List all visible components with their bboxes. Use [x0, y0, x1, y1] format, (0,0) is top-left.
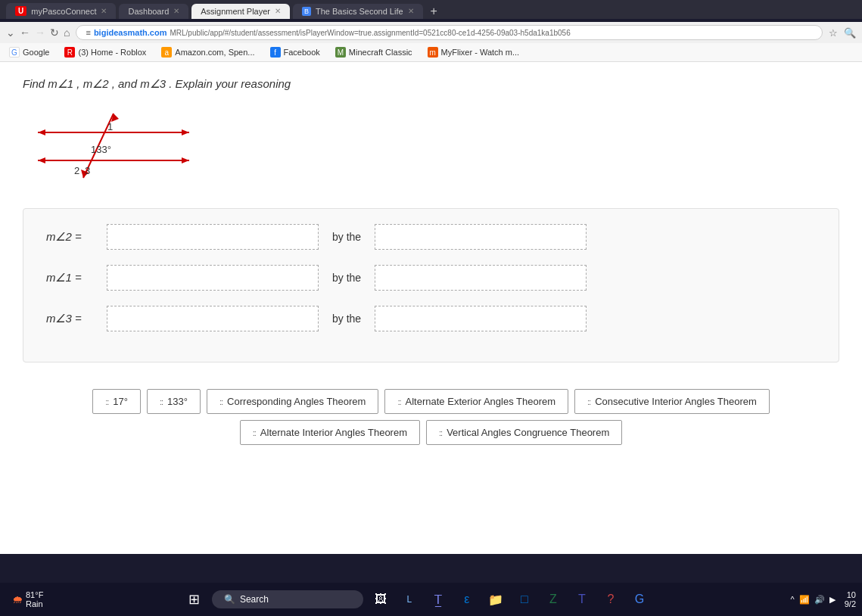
angle-label-2: 2: [74, 165, 79, 176]
arrow-left-bottom: [38, 157, 45, 163]
tile-alternate-exterior[interactable]: :: Alternate Exterior Angles Theorem: [384, 389, 568, 414]
taskbar-edge-icon[interactable]: ε: [456, 588, 478, 611]
tab-dashboard[interactable]: Dashboard ✕: [119, 4, 188, 19]
myflixer-icon: m: [428, 47, 438, 58]
tab-close-dashboard[interactable]: ✕: [173, 7, 179, 15]
arrow-right-bottom: [182, 157, 189, 163]
taskbar-search-box[interactable]: 🔍 Search: [212, 590, 363, 608]
roblox-icon: R: [64, 47, 75, 58]
sys-tray-wifi[interactable]: 📶: [799, 595, 810, 605]
taskbar-teams-icon[interactable]: T̲: [427, 588, 450, 611]
google-icon: G: [9, 47, 20, 58]
taskbar-chrome-icon[interactable]: G: [628, 588, 651, 611]
taskbar-search-icon: 🔍: [224, 594, 235, 605]
angle2-label: m∠2 =: [46, 230, 99, 244]
tab-dashboard-label: Dashboard: [128, 7, 169, 16]
tab-close-assignment[interactable]: ✕: [275, 7, 281, 15]
taskbar-weather: 🌧 81°F Rain: [6, 590, 49, 608]
address-bar[interactable]: ≡ bigideasmath.com MRL/public/app/#/stud…: [76, 25, 823, 40]
taskbar-help-icon[interactable]: ?: [599, 588, 622, 611]
angle2-value-input[interactable]: [107, 224, 319, 250]
nav-back-button[interactable]: ←: [20, 26, 30, 39]
tile-vertical-label: Vertical Angles Congruence Theorem: [447, 427, 609, 438]
taskbar-time: 10: [845, 590, 856, 599]
angle3-theorem-input[interactable]: [375, 306, 587, 331]
angle3-value-input[interactable]: [107, 306, 319, 331]
taskbar-center: ⊞ 🔍 Search 🖼 L T̲ ε 📁 □ Z T ? G: [52, 588, 781, 611]
tile-consecutive-label: Consecutive Interior Angles Theorem: [595, 396, 757, 407]
angle3-by-the: by the: [326, 313, 367, 325]
sys-tray-battery[interactable]: ▶: [829, 595, 836, 605]
taskbar: 🌧 81°F Rain ⊞ 🔍 Search 🖼 L T̲ ε 📁 □ Z T …: [0, 583, 862, 616]
nav-controls: ⌄ ← → ↻ ⌂: [6, 26, 70, 39]
tile-corresponding[interactable]: :: Corresponding Angles Theorem: [207, 389, 378, 414]
nav-search-icon[interactable]: 🔍: [844, 27, 856, 39]
tile-133-dots: ::: [160, 397, 163, 406]
arrow-right-top: [182, 129, 189, 135]
tile-17-label: 17°: [113, 396, 128, 407]
nav-chevron-down[interactable]: ⌄: [6, 26, 15, 39]
tile-17[interactable]: :: 17°: [92, 389, 141, 414]
taskbar-folder-icon[interactable]: 📁: [484, 588, 507, 611]
taskbar-excel-icon[interactable]: Z: [542, 588, 565, 611]
browser-chrome: U myPascoConnect ✕ Dashboard ✕ Assignmen…: [0, 0, 862, 19]
new-tab-button[interactable]: +: [426, 5, 442, 18]
taskbar-windows-button[interactable]: ⊞: [183, 588, 206, 611]
sys-tray-chevron[interactable]: ^: [791, 595, 795, 604]
bookmark-myflixer[interactable]: m MyFlixer - Watch m...: [425, 45, 522, 59]
tile-alternate-exterior-label: Alternate Exterior Angles Theorem: [406, 396, 555, 407]
tile-vertical[interactable]: :: Vertical Angles Congruence Theorem: [426, 420, 622, 445]
angle1-row: m∠1 = by the: [46, 265, 816, 291]
tile-133[interactable]: :: 133°: [147, 389, 201, 414]
minecraft-icon: M: [335, 47, 346, 58]
bookmark-facebook[interactable]: f Facebook: [267, 45, 323, 59]
tab-close-basics[interactable]: ✕: [408, 7, 414, 15]
angle2-theorem-input[interactable]: [375, 224, 587, 250]
tile-vertical-dots: ::: [439, 428, 442, 437]
taskbar-store-icon[interactable]: □: [513, 588, 536, 611]
tab-close-mypassco[interactable]: ✕: [101, 7, 107, 15]
tab-bar: U myPascoConnect ✕ Dashboard ✕ Assignmen…: [6, 3, 856, 19]
angle1-value-input[interactable]: [107, 265, 319, 291]
taskbar-date: 9/2: [845, 599, 856, 608]
address-full: MRL/public/app/#/student/assessment/isPl…: [170, 29, 570, 37]
nav-home-button[interactable]: ⌂: [64, 26, 70, 39]
tab-assignment-player-label: Assignment Player: [201, 7, 270, 16]
nav-reload-button[interactable]: ↻: [50, 26, 59, 39]
arrow-left-top: [38, 129, 45, 135]
weather-temp: 81°F: [26, 590, 43, 599]
tile-17-dots: ::: [105, 397, 108, 406]
tile-alternate-interior[interactable]: :: Alternate Interior Angles Theorem: [240, 420, 420, 445]
nav-forward-button[interactable]: →: [35, 26, 45, 39]
bookmark-roblox-label: (3) Home - Roblox: [78, 48, 146, 57]
angle-label-133: 133°: [91, 144, 111, 155]
sys-tray-volume[interactable]: 🔊: [814, 595, 825, 605]
tile-consecutive[interactable]: :: Consecutive Interior Angles Theorem: [574, 389, 770, 414]
taskbar-teams2-icon[interactable]: T: [571, 588, 593, 611]
taskbar-photos-icon[interactable]: 🖼: [369, 588, 392, 611]
bookmark-minecraft-label: Minecraft Classic: [349, 48, 412, 57]
taskbar-search-label: Search: [240, 594, 269, 605]
bookmarks-bar: G Google R (3) Home - Roblox a Amazon.co…: [0, 43, 862, 62]
angle1-theorem-input[interactable]: [375, 265, 587, 291]
sys-tray: ^ 📶 🔊 ▶: [785, 595, 842, 605]
bookmark-myflixer-label: MyFlixer - Watch m...: [441, 48, 519, 57]
angle2-by-the: by the: [326, 231, 367, 243]
tile-133-label: 133°: [167, 396, 188, 407]
bookmark-amazon-label: Amazon.com, Spen...: [175, 48, 254, 57]
input-section: m∠2 = by the m∠1 = by the m∠3 = by the: [23, 208, 839, 362]
tab-mypassco[interactable]: U myPascoConnect ✕: [6, 3, 116, 19]
tab-basics[interactable]: B The Basics Second Life ✕: [293, 4, 423, 19]
bookmark-amazon[interactable]: a Amazon.com, Spen...: [158, 45, 257, 59]
bookmark-minecraft[interactable]: M Minecraft Classic: [332, 45, 415, 59]
taskbar-lang-icon[interactable]: L: [398, 588, 421, 611]
tile-consecutive-dots: ::: [587, 397, 590, 406]
bookmark-google[interactable]: G Google: [6, 45, 52, 59]
tab-assignment-player[interactable]: Assignment Player ✕: [191, 4, 290, 19]
problem-instruction: Find m∠1 , m∠2 , and m∠3 . Explain your …: [23, 77, 839, 91]
tile-alternate-interior-dots: ::: [253, 428, 256, 437]
angle3-row: m∠3 = by the: [46, 306, 816, 331]
bookmark-roblox[interactable]: R (3) Home - Roblox: [61, 45, 149, 59]
bookmark-star-icon[interactable]: ☆: [829, 27, 838, 39]
angle-label-1: 1: [107, 121, 113, 132]
